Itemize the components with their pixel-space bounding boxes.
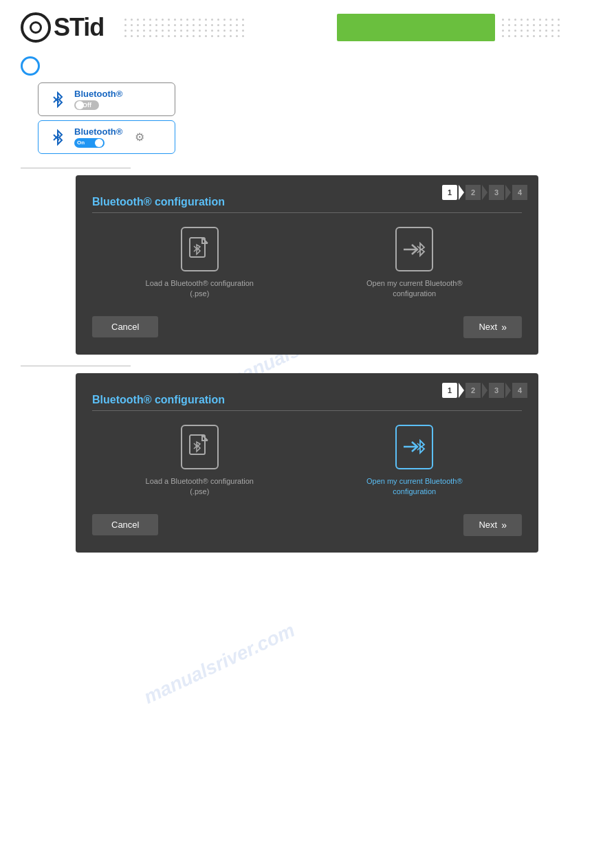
- step-arrow-2: [482, 185, 487, 200]
- step2-3: 3: [489, 383, 504, 398]
- header: STid: [0, 0, 614, 49]
- step-num-2: 2: [465, 185, 481, 200]
- header-dots: [118, 13, 593, 43]
- step-arrow-1: [459, 185, 464, 200]
- step2-2: 2: [465, 383, 481, 398]
- toggle-pill-off[interactable]: Off: [74, 100, 99, 110]
- step-3: 3: [489, 185, 504, 200]
- step2-arrow-3: [505, 383, 511, 398]
- step-num-1: 1: [442, 185, 457, 200]
- panel-1-option-open[interactable]: Open my current Bluetooth®configuration: [318, 227, 511, 300]
- toggle-off[interactable]: Off: [74, 100, 122, 110]
- divider-1: [21, 168, 131, 168]
- open-config-icon-box-2: [395, 425, 433, 469]
- step2-4: 4: [512, 383, 527, 398]
- step-2: 2: [465, 185, 481, 200]
- logo-circle-inner: [30, 21, 42, 34]
- logo-text: STid: [54, 13, 104, 42]
- steps-indicator-1: 1 2 3 4: [442, 185, 527, 200]
- panel-2-options: Load a Bluetooth® configuration(.pse) Op…: [92, 425, 522, 498]
- panel-2-cancel-button[interactable]: Cancel: [92, 514, 158, 535]
- toggle-text-on: On: [77, 138, 85, 148]
- file-bluetooth-icon-2: [188, 434, 210, 460]
- panel-2-option-load[interactable]: Load a Bluetooth® configuration(.pse): [103, 425, 296, 498]
- dots-right: [495, 13, 586, 43]
- green-bar: [337, 14, 495, 41]
- circle-icon: [21, 56, 40, 76]
- open-config-text-1: Open my current Bluetooth®configuration: [366, 278, 463, 300]
- load-config-text: Load a Bluetooth® configuration(.pse): [146, 278, 254, 300]
- step2-num-2: 2: [465, 383, 481, 398]
- step-arrow-3: [505, 185, 511, 200]
- panel-1-next-label: Next: [479, 322, 497, 332]
- step2-num-3: 3: [489, 383, 504, 398]
- step-num-3: 3: [489, 185, 504, 200]
- bluetooth-label-on: Bluetooth®: [74, 126, 122, 137]
- config-panel-1: 1 2 3 4 Bluetooth® configuration: [76, 175, 538, 355]
- load-config-text-2: Load a Bluetooth® configuration(.pse): [146, 476, 254, 498]
- panel-1-buttons: Cancel Next »: [92, 316, 522, 338]
- step-num-4: 4: [512, 185, 527, 200]
- panel-2-buttons: Cancel Next »: [92, 514, 522, 536]
- bluetooth-card-off-info: Bluetooth® Off: [74, 89, 122, 110]
- step2-num-4: 4: [512, 383, 527, 398]
- panel-1-options: Load a Bluetooth® configuration(.pse) Op…: [92, 227, 522, 300]
- gear-icon[interactable]: ⚙: [135, 131, 144, 144]
- dots-left: [124, 13, 336, 43]
- bluetooth-cards: Bluetooth® Off Bluetooth® On: [38, 82, 593, 154]
- panel-1-hr: [92, 212, 522, 213]
- top-circle-area: [21, 56, 593, 76]
- bluetooth-card-on[interactable]: Bluetooth® On ⚙: [38, 120, 175, 154]
- step2-arrow-1: [459, 383, 464, 398]
- file-bluetooth-icon: [188, 236, 210, 263]
- open-config-text-2: Open my current Bluetooth®configuration: [366, 476, 463, 498]
- bluetooth-label-off: Bluetooth®: [74, 89, 122, 99]
- logo-circle: [21, 12, 51, 43]
- panel-1-option-load[interactable]: Load a Bluetooth® configuration(.pse): [103, 227, 296, 300]
- open-config-icon-box: [395, 227, 433, 271]
- logo: STid: [21, 12, 104, 43]
- panel-1-next-button[interactable]: Next »: [463, 316, 522, 338]
- load-config-icon-box: [181, 227, 219, 271]
- step-4: 4: [512, 185, 527, 200]
- steps-indicator-2: 1 2 3 4: [442, 383, 527, 398]
- toggle-text-off: Off: [83, 102, 91, 109]
- bluetooth-card-on-info: Bluetooth® On: [74, 126, 122, 148]
- bluetooth-card-off[interactable]: Bluetooth® Off: [38, 82, 175, 116]
- panel-2-next-button[interactable]: Next »: [463, 514, 522, 536]
- next-chevrons-2: »: [501, 520, 507, 531]
- toggle-on[interactable]: On: [74, 138, 122, 148]
- bluetooth-icon-off: [48, 90, 67, 109]
- step2-arrow-2: [482, 383, 487, 398]
- arrow-bluetooth-icon: [401, 239, 428, 260]
- step2-1-active: 1: [442, 383, 457, 398]
- bluetooth-icon-on: [48, 128, 67, 147]
- panel-1-cancel-button[interactable]: Cancel: [92, 316, 158, 337]
- panel-2-option-open[interactable]: Open my current Bluetooth®configuration: [318, 425, 511, 498]
- step2-num-1: 1: [442, 383, 457, 398]
- config-panel-2: 1 2 3 4 Bluetooth® configuration: [76, 373, 538, 553]
- panel-2-hr: [92, 410, 522, 411]
- toggle-pill-on[interactable]: On: [74, 138, 105, 148]
- divider-2: [21, 366, 131, 366]
- load-config-icon-box-2: [181, 425, 219, 469]
- arrow-bluetooth-icon-2: [401, 436, 428, 457]
- next-chevrons-1: »: [501, 322, 507, 333]
- step-1-active: 1: [442, 185, 457, 200]
- toggle-knob-on: [95, 139, 103, 147]
- watermark-2: manualsriver.com: [140, 619, 298, 709]
- panel-2-next-label: Next: [479, 520, 497, 530]
